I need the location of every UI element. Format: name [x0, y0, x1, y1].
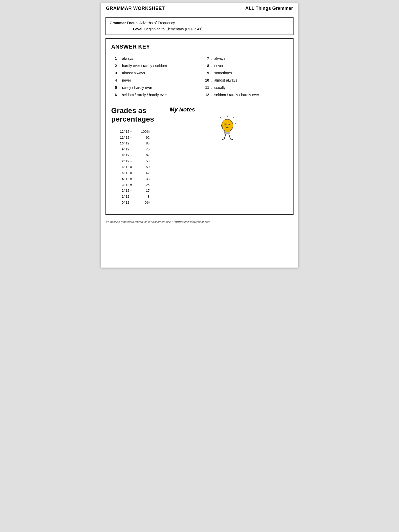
answer-text: always — [121, 55, 133, 62]
footer-text: Permission granted to reproduce for clas… — [106, 220, 210, 223]
answer-num: 8 — [203, 62, 209, 69]
grade-denom: / 12 = — [124, 129, 139, 135]
answer-item: 6. seldom / rarely / hardly ever — [111, 91, 196, 98]
answer-text: usually — [213, 84, 225, 91]
grade-denom: / 12 = — [124, 164, 139, 170]
answer-text: seldom / rarely / hardly ever — [121, 91, 167, 98]
grades-section: Grades aspercentages 12 / 12 = 100%11 / … — [111, 106, 288, 206]
answer-num: 5 — [111, 84, 117, 91]
grade-row: 4 / 12 = 33 — [119, 176, 154, 182]
grade-denom: / 12 = — [124, 170, 139, 176]
answer-text: seldom / rarely / hardly ever — [213, 91, 259, 98]
answer-text: sometimes — [213, 69, 232, 77]
grade-num: 1 — [119, 194, 124, 200]
grade-row: 3 / 12 = 25 — [119, 182, 154, 188]
answer-item: 10. almost always — [203, 77, 288, 84]
grade-num: 3 — [119, 182, 124, 188]
answer-item: 12. seldom / rarely / hardly ever — [203, 91, 288, 98]
grade-row: 7 / 12 = 58 — [119, 158, 154, 164]
answer-key-title: ANSWER KEY — [111, 43, 288, 50]
answer-text: never — [213, 62, 223, 69]
grade-pct: 33 — [139, 176, 150, 182]
grade-pct: 100% — [139, 129, 150, 135]
answer-text: almost always — [213, 77, 237, 84]
brand-name: ALL Things Grammar — [245, 6, 293, 11]
answer-text: hardly ever / rarely / seldom — [121, 62, 167, 69]
grade-row: 12 / 12 = 100% — [119, 129, 154, 135]
grade-row: 10 / 12 = 83 — [119, 141, 154, 147]
grade-row: 6 / 12 = 50 — [119, 164, 154, 170]
answer-num: 3 — [111, 69, 117, 77]
answers-left-column: 1. always2. hardly ever / rarely / seldo… — [111, 55, 196, 98]
my-notes-title: My Notes — [170, 106, 195, 113]
answer-text: never — [121, 77, 131, 84]
lightbulb-icon — [217, 116, 238, 142]
svg-line-1 — [233, 117, 235, 118]
grade-row: 2 / 12 = 17 — [119, 188, 154, 194]
grade-pct: 8 — [139, 194, 150, 200]
grade-row: 5 / 12 = 42 — [119, 170, 154, 176]
answer-item: 9. sometimes — [203, 69, 288, 77]
answers-right-column: 7. always8. never9. sometimes10. almost … — [203, 55, 288, 98]
grade-pct: 25 — [139, 182, 150, 188]
grade-pct: 83 — [139, 141, 150, 147]
grade-num: 5 — [119, 170, 124, 176]
header: GRAMMAR WORKSHEET ALL Things Grammar — [101, 3, 298, 14]
grade-denom: / 12 = — [124, 158, 139, 164]
level-row: Level Beginning to Elementary (CEFR A1) — [110, 26, 289, 32]
answer-item: 8. never — [203, 62, 288, 69]
grade-pct: 58 — [139, 158, 150, 164]
grade-num: 6 — [119, 164, 124, 170]
grade-row: 0 / 12 = 0% — [119, 200, 154, 206]
grade-denom: / 12 = — [124, 147, 139, 152]
answer-item: 11. usually — [203, 84, 288, 91]
answer-num: 12 — [203, 91, 209, 98]
svg-line-12 — [224, 134, 226, 139]
my-notes-section: My Notes — [154, 106, 288, 142]
info-box: Grammar Focus Adverbs of Frequency Level… — [105, 17, 294, 35]
answer-item: 4. never — [111, 77, 196, 84]
svg-line-13 — [229, 134, 230, 139]
answer-num: 4 — [111, 77, 117, 84]
grade-denom: / 12 = — [124, 176, 139, 182]
answer-num: 7 — [203, 55, 209, 62]
answer-text: almost always — [121, 69, 145, 77]
svg-line-15 — [230, 139, 232, 139]
answer-item: 2. hardly ever / rarely / seldom — [111, 62, 196, 69]
grade-row: 1 / 12 = 8 — [119, 194, 154, 200]
grade-num: 9 — [119, 147, 124, 152]
svg-line-14 — [222, 139, 224, 139]
answer-text: rarely / hardly ever — [121, 84, 152, 91]
grades-left: Grades aspercentages 12 / 12 = 100%11 / … — [111, 106, 154, 206]
answer-num: 1 — [111, 55, 117, 62]
grammar-focus-row: Grammar Focus Adverbs of Frequency — [110, 20, 289, 26]
grade-row: 11 / 12 = 92 — [119, 135, 154, 141]
svg-point-11 — [229, 124, 230, 125]
grade-num: 8 — [119, 152, 124, 158]
footer: Permission granted to reproduce for clas… — [101, 218, 298, 225]
page: GRAMMAR WORKSHEET ALL Things Grammar Gra… — [101, 3, 298, 268]
grade-num: 4 — [119, 176, 124, 182]
grade-denom: / 12 = — [124, 194, 139, 200]
grades-table: 12 / 12 = 100%11 / 12 = 9210 / 12 = 839 … — [119, 129, 154, 206]
grade-pct: 92 — [139, 135, 150, 141]
answers-grid: 1. always2. hardly ever / rarely / seldo… — [111, 55, 288, 98]
grade-pct: 42 — [139, 170, 150, 176]
grade-denom: / 12 = — [124, 182, 139, 188]
grade-denom: / 12 = — [124, 141, 139, 147]
grammar-focus-label: Grammar Focus — [110, 21, 137, 25]
grade-denom: / 12 = — [124, 200, 139, 206]
grade-num: 10 — [119, 141, 124, 147]
grade-denom: / 12 = — [124, 152, 139, 158]
grade-pct: 50 — [139, 164, 150, 170]
answer-num: 2 — [111, 62, 117, 69]
grade-row: 9 / 12 = 75 — [119, 147, 154, 152]
grade-pct: 75 — [139, 147, 150, 152]
svg-line-2 — [235, 123, 237, 123]
grade-row: 8 / 12 = 67 — [119, 152, 154, 158]
answer-num: 9 — [203, 69, 209, 77]
grade-num: 11 — [119, 135, 124, 141]
grade-denom: / 12 = — [124, 135, 139, 141]
grade-num: 0 — [119, 200, 124, 206]
grade-pct: 17 — [139, 188, 150, 194]
